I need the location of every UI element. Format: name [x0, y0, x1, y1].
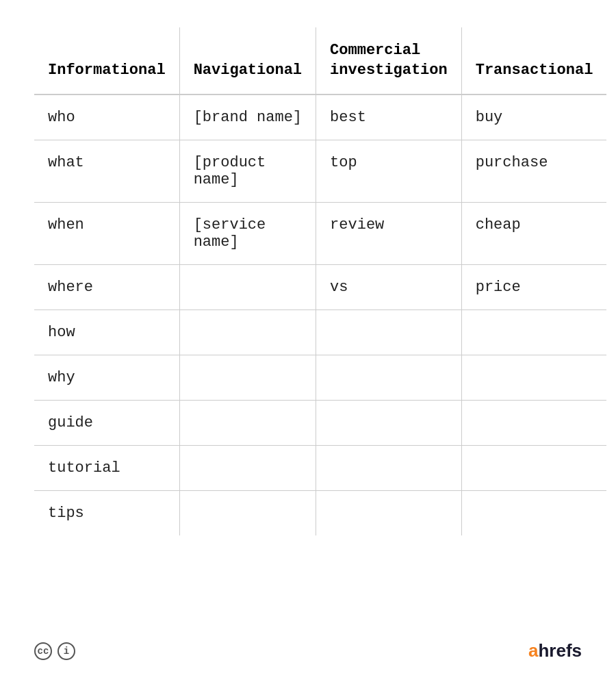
cell-commercial-3: vs [316, 265, 462, 310]
cell-transactional-6 [461, 401, 606, 446]
cell-navigational-5 [179, 355, 316, 401]
logo-hrefs: hrefs [538, 640, 582, 661]
table-row: tips [34, 491, 606, 536]
cell-informational-3: where [34, 265, 179, 310]
cell-commercial-4 [316, 310, 462, 355]
table-row: guide [34, 401, 606, 446]
table-row: what[product name]toppurchase [34, 140, 606, 203]
cell-navigational-3 [179, 265, 316, 310]
ahrefs-logo: ahrefs [528, 640, 582, 661]
table-container: Informational Navigational Commercial in… [0, 0, 616, 535]
cell-navigational-8 [179, 491, 316, 536]
cell-transactional-2: cheap [461, 203, 606, 265]
cell-commercial-5 [316, 355, 462, 401]
header-navigational: Navigational [179, 27, 316, 94]
cell-informational-4: how [34, 310, 179, 355]
table-row: wherevsprice [34, 265, 606, 310]
cell-transactional-4 [461, 310, 606, 355]
footer: cc i ahrefs [34, 640, 582, 661]
cell-navigational-7 [179, 446, 316, 491]
cell-informational-0: who [34, 94, 179, 140]
cell-informational-1: what [34, 140, 179, 203]
cell-transactional-8 [461, 491, 606, 536]
cc-icon: cc [34, 642, 52, 660]
table-row: how [34, 310, 606, 355]
table-row: who[brand name]bestbuy [34, 94, 606, 140]
cell-commercial-8 [316, 491, 462, 536]
cell-transactional-3: price [461, 265, 606, 310]
cell-informational-7: tutorial [34, 446, 179, 491]
cell-informational-6: guide [34, 401, 179, 446]
cell-informational-2: when [34, 203, 179, 265]
keyword-intent-table: Informational Navigational Commercial in… [34, 27, 606, 535]
cell-transactional-7 [461, 446, 606, 491]
cell-navigational-0: [brand name] [179, 94, 316, 140]
cell-navigational-2: [service name] [179, 203, 316, 265]
cell-transactional-0: buy [461, 94, 606, 140]
table-row: why [34, 355, 606, 401]
cell-navigational-6 [179, 401, 316, 446]
cell-navigational-1: [product name] [179, 140, 316, 203]
info-icon: i [57, 642, 75, 660]
footer-icons: cc i [34, 642, 75, 660]
cell-commercial-7 [316, 446, 462, 491]
table-row: when[service name]reviewcheap [34, 203, 606, 265]
table-header-row: Informational Navigational Commercial in… [34, 27, 606, 94]
header-informational: Informational [34, 27, 179, 94]
header-transactional: Transactional [461, 27, 606, 94]
cell-transactional-1: purchase [461, 140, 606, 203]
header-commercial-investigation: Commercial investigation [316, 27, 462, 94]
cell-navigational-4 [179, 310, 316, 355]
cell-commercial-2: review [316, 203, 462, 265]
cell-informational-8: tips [34, 491, 179, 536]
cell-commercial-0: best [316, 94, 462, 140]
cell-transactional-5 [461, 355, 606, 401]
cell-commercial-6 [316, 401, 462, 446]
cell-informational-5: why [34, 355, 179, 401]
table-row: tutorial [34, 446, 606, 491]
cell-commercial-1: top [316, 140, 462, 203]
logo-a: a [528, 640, 538, 661]
